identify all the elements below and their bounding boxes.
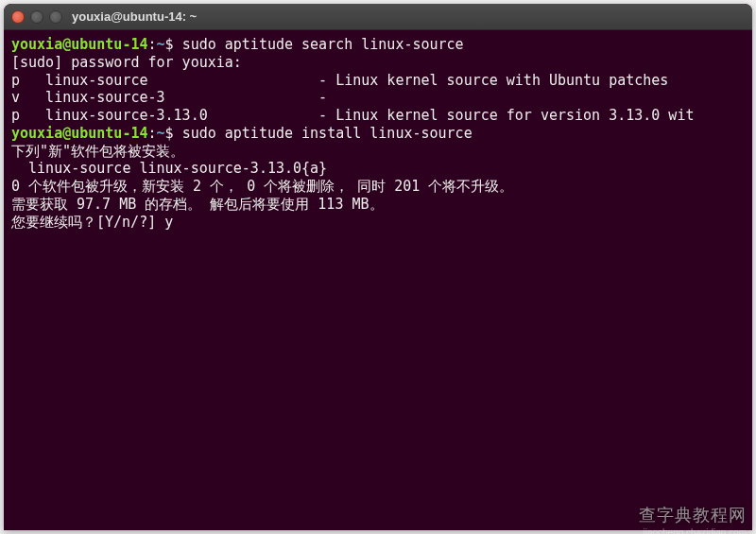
confirm-prompt: 您要继续吗？[Y/n/?] [11, 214, 164, 231]
prompt-line-1: youxia@ubuntu-14:~$ sudo aptitude search… [11, 36, 745, 54]
install-output-line: 需要获取 97.7 MB 的存档。 解包后将要使用 113 MB。 [11, 196, 745, 214]
watermark-text: 查字典教程网 [639, 504, 747, 526]
titlebar[interactable]: youxia@ubuntu-14: ~ [4, 4, 752, 30]
terminal-window: youxia@ubuntu-14: ~ youxia@ubuntu-14:~$ … [4, 4, 752, 530]
prompt-line-2: youxia@ubuntu-14:~$ sudo aptitude instal… [11, 125, 745, 143]
prompt-path: ~ [157, 125, 165, 142]
search-result-line: v linux-source-3 - [11, 89, 745, 107]
prompt-symbol: $ [165, 125, 174, 142]
install-output-line: 下列"新"软件包将被安装。 [11, 143, 745, 161]
sudo-password-line: [sudo] password for youxia: [11, 54, 745, 72]
window-title: youxia@ubuntu-14: ~ [72, 9, 197, 24]
window-controls [11, 10, 62, 24]
prompt-symbol: $ [165, 36, 174, 53]
prompt-path: ~ [157, 36, 165, 53]
watermark-sub-text: jiaocheng.chazidian.com [643, 527, 747, 534]
prompt-user-host: youxia@ubuntu-14 [11, 125, 148, 142]
close-icon[interactable] [11, 10, 25, 24]
terminal-content[interactable]: youxia@ubuntu-14:~$ sudo aptitude search… [4, 30, 752, 530]
install-output-line: linux-source linux-source-3.13.0{a} [11, 160, 745, 178]
confirm-answer: y [164, 214, 173, 231]
search-result-line: p linux-source-3.13.0 - Linux kernel sou… [11, 107, 745, 125]
minimize-icon[interactable] [30, 10, 43, 24]
prompt-user-host: youxia@ubuntu-14 [11, 36, 148, 53]
maximize-icon[interactable] [49, 10, 62, 24]
search-result-line: p linux-source - Linux kernel source wit… [11, 72, 745, 90]
command-text: sudo aptitude install linux-source [182, 125, 472, 142]
command-text: sudo aptitude search linux-source [182, 36, 464, 53]
install-output-line: 0 个软件包被升级，新安装 2 个， 0 个将被删除， 同时 201 个将不升级… [11, 178, 745, 196]
confirm-line: 您要继续吗？[Y/n/?] y [11, 214, 745, 232]
